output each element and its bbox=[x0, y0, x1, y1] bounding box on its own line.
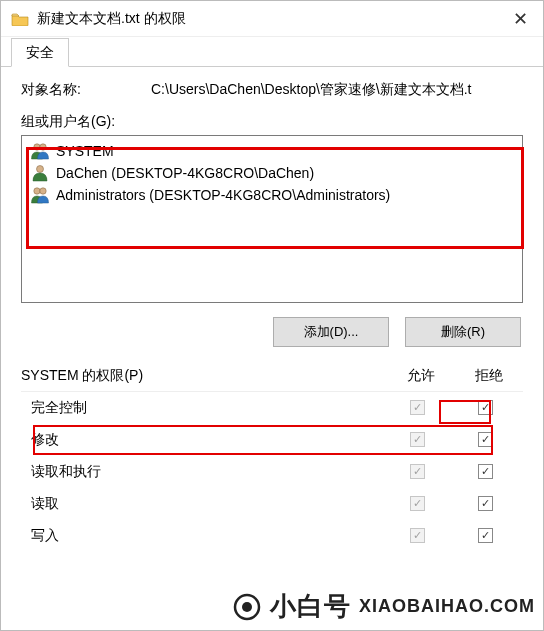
svg-point-1 bbox=[40, 144, 46, 150]
permissions-header: SYSTEM 的权限(P) 允许 拒绝 bbox=[21, 367, 523, 385]
permission-name: 读取和执行 bbox=[31, 463, 383, 481]
permission-row: 写入✓✓ bbox=[21, 520, 523, 552]
svg-point-2 bbox=[37, 166, 44, 173]
content-area: 对象名称: C:\Users\DaChen\Desktop\管家速修\新建文本文… bbox=[1, 67, 543, 552]
list-item-label: SYSTEM bbox=[56, 143, 114, 159]
permission-name: 读取 bbox=[31, 495, 383, 513]
close-icon: ✕ bbox=[513, 8, 528, 30]
permission-name: 写入 bbox=[31, 527, 383, 545]
permission-row: 读取✓✓ bbox=[21, 488, 523, 520]
deny-checkbox[interactable]: ✓ bbox=[478, 528, 493, 543]
tab-security[interactable]: 安全 bbox=[11, 38, 69, 67]
permission-row: 修改✓✓ bbox=[21, 424, 523, 456]
remove-button[interactable]: 删除(R) bbox=[405, 317, 521, 347]
allow-checkbox: ✓ bbox=[410, 496, 425, 511]
dialog-window: 新建文本文档.txt 的权限 ✕ 安全 对象名称: C:\Users\DaChe… bbox=[0, 0, 544, 631]
check-icon: ✓ bbox=[481, 466, 490, 477]
watermark-text-2: XIAOBAIHAO.COM bbox=[359, 596, 535, 617]
check-icon: ✓ bbox=[413, 402, 422, 413]
list-item[interactable]: DaChen (DESKTOP-4KG8CRO\DaChen) bbox=[28, 162, 516, 184]
object-name-label: 对象名称: bbox=[21, 81, 151, 99]
close-button[interactable]: ✕ bbox=[497, 1, 543, 37]
watermark: 小白号 XIAOBAIHAO.COM bbox=[232, 589, 535, 624]
permissions-header-label: SYSTEM 的权限(P) bbox=[21, 367, 387, 385]
check-icon: ✓ bbox=[481, 530, 490, 541]
list-item-label: Administrators (DESKTOP-4KG8CRO\Administ… bbox=[56, 187, 390, 203]
permissions-list: 完全控制✓✓修改✓✓读取和执行✓✓读取✓✓写入✓✓ bbox=[21, 391, 523, 552]
allow-checkbox: ✓ bbox=[410, 464, 425, 479]
svg-point-5 bbox=[235, 595, 259, 619]
allow-checkbox: ✓ bbox=[410, 400, 425, 415]
list-item[interactable]: SYSTEM bbox=[28, 140, 516, 162]
check-icon: ✓ bbox=[481, 498, 490, 509]
check-icon: ✓ bbox=[413, 530, 422, 541]
groups-users-label: 组或用户名(G): bbox=[21, 113, 523, 131]
svg-point-3 bbox=[34, 188, 40, 194]
folder-icon bbox=[11, 12, 29, 26]
check-icon: ✓ bbox=[481, 434, 490, 445]
titlebar: 新建文本文档.txt 的权限 ✕ bbox=[1, 1, 543, 37]
user-icon bbox=[30, 164, 50, 182]
deny-column-header: 拒绝 bbox=[455, 367, 523, 385]
check-icon: ✓ bbox=[413, 466, 422, 477]
svg-point-4 bbox=[40, 188, 46, 194]
list-item-label: DaChen (DESKTOP-4KG8CRO\DaChen) bbox=[56, 165, 314, 181]
watermark-icon bbox=[232, 592, 262, 622]
deny-checkbox[interactable]: ✓ bbox=[478, 464, 493, 479]
add-button[interactable]: 添加(D)... bbox=[273, 317, 389, 347]
check-icon: ✓ bbox=[413, 498, 422, 509]
deny-checkbox[interactable]: ✓ bbox=[478, 496, 493, 511]
allow-checkbox: ✓ bbox=[410, 432, 425, 447]
allow-column-header: 允许 bbox=[387, 367, 455, 385]
permission-name: 完全控制 bbox=[31, 399, 383, 417]
object-name-value: C:\Users\DaChen\Desktop\管家速修\新建文本文档.t bbox=[151, 81, 523, 99]
deny-checkbox[interactable]: ✓ bbox=[478, 400, 493, 415]
window-title: 新建文本文档.txt 的权限 bbox=[37, 10, 497, 28]
permission-row: 读取和执行✓✓ bbox=[21, 456, 523, 488]
svg-point-6 bbox=[242, 602, 252, 612]
check-icon: ✓ bbox=[413, 434, 422, 445]
permission-name: 修改 bbox=[31, 431, 383, 449]
tab-strip: 安全 bbox=[1, 37, 543, 67]
list-item[interactable]: Administrators (DESKTOP-4KG8CRO\Administ… bbox=[28, 184, 516, 206]
check-icon: ✓ bbox=[481, 402, 490, 413]
deny-checkbox[interactable]: ✓ bbox=[478, 432, 493, 447]
groups-users-listbox[interactable]: SYSTEMDaChen (DESKTOP-4KG8CRO\DaChen)Adm… bbox=[21, 135, 523, 303]
permission-row: 完全控制✓✓ bbox=[21, 392, 523, 424]
object-name-row: 对象名称: C:\Users\DaChen\Desktop\管家速修\新建文本文… bbox=[21, 81, 523, 99]
button-row: 添加(D)... 删除(R) bbox=[21, 317, 521, 347]
group-icon bbox=[30, 142, 50, 160]
svg-point-0 bbox=[34, 144, 40, 150]
allow-checkbox: ✓ bbox=[410, 528, 425, 543]
watermark-text-1: 小白号 bbox=[270, 589, 351, 624]
group-icon bbox=[30, 186, 50, 204]
